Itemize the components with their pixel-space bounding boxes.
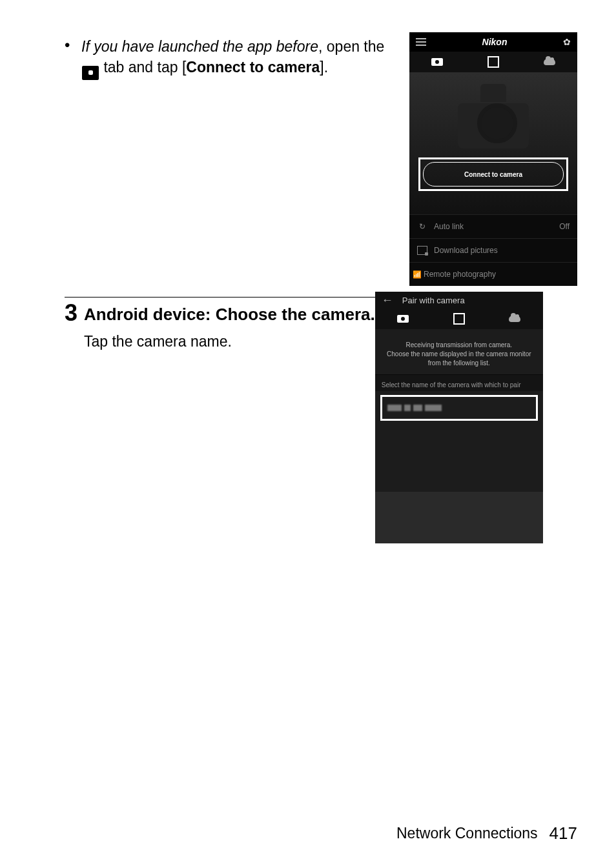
footer-section: Network Connections (396, 825, 538, 842)
camera-silhouette (458, 84, 529, 148)
refresh-icon (417, 222, 427, 231)
app-brand: Nikon (482, 37, 508, 47)
msg-line-1: Receiving transmission from camera. (383, 341, 535, 350)
camera-icon (431, 58, 443, 66)
item-label: Remote photography (424, 270, 496, 279)
hamburger-icon[interactable] (416, 38, 426, 46)
tab-cloud[interactable] (487, 308, 543, 329)
gear-icon[interactable]: ✿ (563, 37, 571, 47)
cloud-icon (544, 59, 555, 65)
msg-line-3: from the following list. (383, 359, 535, 368)
footer-page-number: 417 (549, 823, 577, 843)
tab-cloud[interactable] (521, 52, 577, 72)
instruction-text-block: • If you have launched the app before, o… (65, 32, 409, 77)
tab-gallery[interactable] (466, 52, 522, 72)
download-icon (417, 246, 427, 255)
item-label: Download pictures (434, 246, 498, 255)
step-body: Tap the camera name. (84, 331, 375, 352)
bullet-dot: • (65, 36, 81, 77)
msg-line-2: Choose the name displayed in the camera … (383, 350, 535, 359)
list-item-remote-photography[interactable]: Remote photography (409, 262, 577, 286)
camera-name-redacted (387, 405, 442, 411)
camera-icon (397, 315, 409, 323)
list-item-auto-link[interactable]: Auto link Off (409, 214, 577, 238)
text-tail: ]. (320, 59, 328, 76)
text-after-icon: tab and tap [ (103, 59, 186, 76)
gallery-icon (453, 313, 465, 325)
step-3-heading: 3 Android device: Choose the camera. (65, 297, 375, 327)
connect-action-bold: Connect to camera (186, 59, 320, 76)
step-title: Android device: Choose the camera. (84, 304, 375, 327)
tab-camera[interactable] (409, 52, 466, 72)
list-item-download-pictures[interactable]: Download pictures (409, 238, 577, 262)
app-screenshot-2: ← Pair with camera Receiving transmissio… (375, 292, 543, 543)
connect-button-label: Connect to camera (423, 162, 564, 187)
tab-gallery[interactable] (431, 308, 487, 329)
item-value: Off (559, 222, 570, 231)
item-label: Auto link (434, 222, 464, 231)
gallery-icon (488, 56, 499, 68)
bullet-body: If you have launched the app before, ope… (81, 36, 402, 77)
app2-subhead: Select the name of the camera with which… (375, 374, 543, 391)
step-number: 3 (65, 301, 84, 325)
page-footer: Network Connections 417 (396, 823, 577, 843)
app2-lower-area (375, 492, 543, 543)
connect-to-camera-button[interactable]: Connect to camera (418, 157, 568, 191)
cloud-icon (509, 316, 520, 322)
app2-message: Receiving transmission from camera. Choo… (375, 329, 543, 374)
app2-title: Pair with camera (402, 296, 465, 305)
app-screenshot-1: Nikon ✿ Connect to camera Auto link O (409, 32, 577, 284)
tab-camera[interactable] (375, 308, 431, 329)
camera-tab-icon (82, 66, 99, 80)
pair-camera-item[interactable] (380, 395, 538, 421)
text-after-lead: , open the (318, 38, 384, 55)
lead-italic: If you have launched the app before (81, 38, 318, 55)
back-arrow-icon[interactable]: ← (382, 294, 393, 306)
